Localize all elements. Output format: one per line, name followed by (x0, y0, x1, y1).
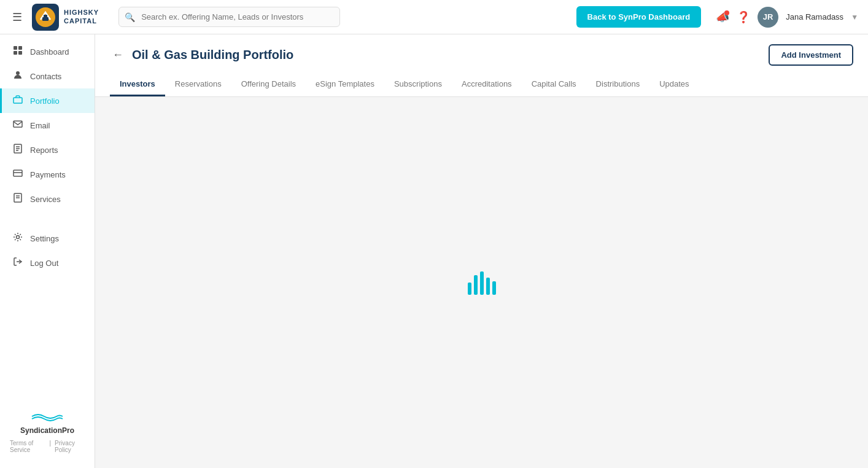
search-input[interactable] (118, 7, 340, 27)
sidebar-item-label: Email (30, 121, 50, 130)
back-dashboard-button[interactable]: Back to SynPro Dashboard (576, 6, 702, 28)
search-icon: 🔍 (125, 12, 135, 22)
user-dropdown-button[interactable]: ▼ (851, 13, 858, 21)
add-investment-button[interactable]: Add Investment (769, 44, 853, 66)
back-button[interactable]: ← (110, 46, 126, 64)
main-content: ← Oil & Gas Building Portfolio Add Inves… (95, 34, 868, 468)
sidebar-item-label: Services (30, 195, 61, 204)
svg-rect-9 (14, 121, 22, 127)
terms-link[interactable]: Terms of Service (10, 440, 46, 453)
sidebar-nav: Dashboard Contacts Portfolio Email (0, 39, 95, 398)
sidebar-item-settings[interactable]: Settings (0, 226, 95, 251)
svg-point-19 (17, 236, 20, 239)
sidebar-item-payments[interactable]: Payments (0, 162, 95, 187)
loading-bar-1 (468, 283, 471, 295)
tab-updates[interactable]: Updates (649, 73, 699, 96)
loading-bar-3 (480, 271, 484, 295)
privacy-link[interactable]: Privacy Policy (55, 440, 85, 453)
sidebar-item-portfolio[interactable]: Portfolio (0, 88, 95, 113)
payments-icon (12, 168, 24, 181)
svg-rect-5 (14, 51, 17, 55)
dashboard-icon (12, 45, 24, 58)
sidebar-item-label: Payments (30, 170, 66, 179)
content-header: ← Oil & Gas Building Portfolio Add Inves… (95, 34, 868, 97)
contacts-icon (12, 70, 24, 82)
page-title: Oil & Gas Building Portfolio (132, 48, 293, 62)
tab-esign-templates[interactable]: eSign Templates (306, 73, 384, 96)
loading-bar-2 (474, 275, 478, 295)
logo-icon (32, 4, 59, 31)
tabs-bar: Investors Reservations Offering Details … (110, 73, 853, 96)
services-icon (12, 193, 24, 205)
layout: Dashboard Contacts Portfolio Email (0, 34, 868, 468)
menu-button[interactable]: ☰ (10, 8, 25, 26)
sidebar-item-dashboard[interactable]: Dashboard (0, 39, 95, 64)
sidebar: Dashboard Contacts Portfolio Email (0, 34, 95, 468)
settings-icon (12, 232, 24, 244)
email-icon (12, 119, 24, 131)
tab-investors[interactable]: Investors (110, 73, 165, 96)
svg-rect-14 (14, 170, 22, 176)
tab-distributions[interactable]: Distributions (586, 73, 650, 96)
loading-indicator (468, 270, 496, 295)
user-name: Jana Ramadass (786, 12, 843, 21)
notification-button[interactable]: 📣 (716, 10, 729, 24)
svg-point-7 (16, 71, 20, 75)
logout-icon (12, 257, 24, 269)
tab-subscriptions[interactable]: Subscriptions (384, 73, 452, 96)
sidebar-item-logout[interactable]: Log Out (0, 251, 95, 275)
svg-rect-3 (14, 46, 17, 50)
content-body (95, 97, 868, 468)
svg-rect-1 (42, 17, 48, 21)
logo-text: HIGHSKY capital (64, 9, 99, 25)
sidebar-item-label: Dashboard (30, 47, 69, 57)
search-container: 🔍 (118, 7, 340, 27)
sidebar-item-email[interactable]: Email (0, 113, 95, 138)
tab-reservations[interactable]: Reservations (165, 73, 231, 96)
tab-capital-calls[interactable]: Capital Calls (522, 73, 586, 96)
svg-rect-4 (18, 46, 22, 50)
header-icons: 📣 ❓ JR Jana Ramadass ▼ (716, 7, 858, 28)
sidebar-item-reports[interactable]: Reports (0, 138, 95, 162)
sidebar-item-label: Log Out (30, 259, 58, 268)
sidebar-footer: SyndicationPro Terms of Service | Privac… (0, 398, 95, 463)
sidebar-item-label: Portfolio (30, 96, 60, 106)
tab-offering-details[interactable]: Offering Details (231, 73, 306, 96)
tab-accreditations[interactable]: Accreditations (452, 73, 522, 96)
sidebar-item-label: Reports (30, 146, 58, 155)
svg-rect-8 (14, 98, 22, 103)
svg-rect-6 (18, 51, 22, 55)
loading-bar-5 (492, 281, 496, 295)
loading-bar-4 (486, 278, 490, 295)
app-header: ☰ HIGHSKY capital 🔍 Back to SynPro Dashb… (0, 0, 868, 34)
sp-brand: SyndicationPro (10, 426, 85, 435)
sidebar-item-services[interactable]: Services (0, 187, 95, 211)
notification-dot (724, 10, 729, 15)
footer-links: Terms of Service | Privacy Policy (10, 440, 85, 453)
logo: HIGHSKY capital (32, 4, 99, 31)
sidebar-item-label: Settings (30, 234, 59, 243)
svg-rect-2 (44, 15, 47, 17)
content-title-left: ← Oil & Gas Building Portfolio (110, 46, 293, 64)
content-title-row: ← Oil & Gas Building Portfolio Add Inves… (110, 44, 853, 66)
sidebar-item-label: Contacts (30, 72, 61, 81)
avatar: JR (758, 7, 778, 28)
portfolio-icon (12, 95, 24, 107)
help-button[interactable]: ❓ (737, 10, 750, 24)
sidebar-item-contacts[interactable]: Contacts (0, 64, 95, 88)
reports-icon (12, 144, 24, 156)
syndication-logo: SyndicationPro (10, 408, 85, 435)
